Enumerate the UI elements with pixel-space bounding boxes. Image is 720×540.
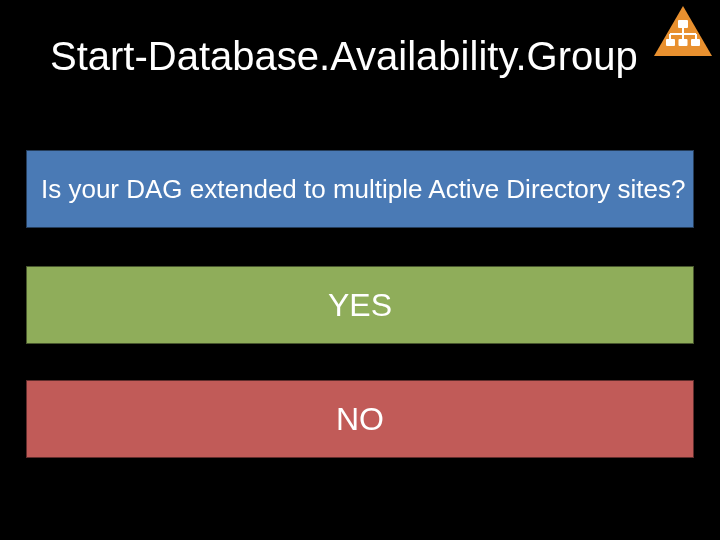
yes-button[interactable]: YES (26, 266, 694, 344)
yes-label: YES (328, 287, 392, 324)
svg-rect-9 (691, 39, 700, 46)
question-text: Is your DAG extended to multiple Active … (41, 174, 686, 205)
svg-rect-7 (666, 39, 675, 46)
no-label: NO (336, 401, 384, 438)
no-button[interactable]: NO (26, 380, 694, 458)
question-panel: Is your DAG extended to multiple Active … (26, 150, 694, 228)
page-title: Start-Database.Availability.Group (50, 34, 650, 79)
title-text: Start-Database.Availability.Group (50, 34, 638, 78)
svg-rect-1 (678, 20, 688, 28)
hierarchy-icon (654, 6, 712, 56)
svg-rect-8 (679, 39, 688, 46)
